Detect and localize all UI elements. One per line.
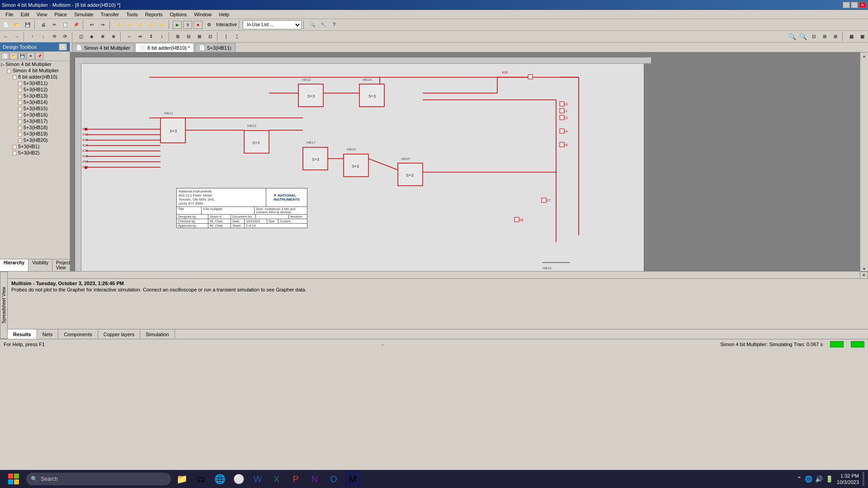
taskbar-powerpoint[interactable]: P	[288, 471, 304, 487]
tree-hb17[interactable]: 📋 5+3(HB17)	[0, 118, 70, 124]
tab-nets[interactable]: Nets	[37, 329, 59, 339]
tree-hb19[interactable]: 📋 5+3(HB19)	[0, 131, 70, 137]
tb2-15[interactable]: ⊞	[173, 32, 183, 42]
tb-right-1[interactable]: ▦	[846, 32, 856, 42]
new-button[interactable]: 📄	[1, 20, 11, 30]
dt-pin[interactable]: 📌	[35, 52, 43, 60]
speaker-icon[interactable]: 🔊	[815, 475, 823, 483]
tb2-4[interactable]: ↓	[38, 32, 48, 42]
menu-edit[interactable]: Edit	[17, 11, 33, 18]
close-button[interactable]: ✕	[859, 2, 866, 8]
tb-component-icon[interactable]: 🔧	[318, 20, 328, 30]
redo-button[interactable]: ↪	[98, 20, 108, 30]
tree-hb18[interactable]: 📋 5+3(HB18)	[0, 124, 70, 131]
canvas-area[interactable]: S+3 HB11 S+3 HB12 S+3 HB13 S+3 HB16	[70, 52, 868, 271]
tb2-19[interactable]: |	[221, 32, 231, 42]
taskbar-onenote[interactable]: N	[307, 471, 323, 487]
tab-hb11[interactable]: 📄 5+3(HB11)	[195, 43, 236, 52]
save-button[interactable]: 💾	[23, 20, 33, 30]
tree-hb11[interactable]: 📋 5+3(HB11)	[0, 80, 70, 86]
tb2-10[interactable]: ⊗	[108, 32, 118, 42]
search-input[interactable]: 🔍 Search	[26, 473, 171, 485]
taskbar-chrome[interactable]: ⚪	[231, 471, 247, 487]
dt-open[interactable]: 📂	[9, 52, 18, 60]
paste-button[interactable]: 📌	[71, 20, 81, 30]
tree-hb20[interactable]: 📋 5+3(HB20)	[0, 137, 70, 143]
tb-help-icon[interactable]: ?	[329, 20, 339, 30]
zoom-select-button[interactable]: ⊞	[820, 32, 830, 42]
tb2-12[interactable]: ⇔	[135, 32, 145, 42]
tb2-11[interactable]: ↔	[124, 32, 134, 42]
dt-new[interactable]: 📄	[1, 52, 9, 60]
tb2-17[interactable]: ⊠	[194, 32, 204, 42]
tab-simulation[interactable]: Simulation	[140, 329, 175, 339]
taskbar-outlook[interactable]: O	[326, 471, 342, 487]
chevron-up-icon[interactable]: ⌃	[797, 475, 802, 483]
tree-hb1[interactable]: 📋 5+3(HB1)	[0, 143, 70, 150]
dt-save[interactable]: 💾	[18, 52, 26, 60]
menu-transfer[interactable]: Transfer	[97, 11, 123, 18]
right-scroll-down[interactable]: ▼	[863, 267, 866, 271]
taskbar-word[interactable]: W	[250, 471, 266, 487]
tb2-7[interactable]: ◫	[76, 32, 86, 42]
menu-place[interactable]: Place	[51, 11, 71, 18]
restore-button[interactable]: ◻	[851, 2, 858, 8]
taskbar-folder[interactable]: 🗂	[193, 471, 209, 487]
show-desktop-button[interactable]	[863, 472, 864, 486]
right-scroll-up[interactable]: ▲	[863, 54, 866, 58]
taskbar-excel[interactable]: X	[269, 471, 285, 487]
tb-icon-2[interactable]: ⚡	[124, 20, 134, 30]
tb-icon-5[interactable]: ⚡	[157, 20, 167, 30]
tree-hb14[interactable]: 📋 5+3(HB14)	[0, 99, 70, 105]
cut-button[interactable]: ✂	[49, 20, 59, 30]
battery-icon[interactable]: 🔋	[826, 475, 833, 483]
tree-hb13[interactable]: 📋 5+3(HB13)	[0, 93, 70, 99]
tree-simon4[interactable]: 📋 Simon 4 bit Multiplier	[0, 67, 70, 74]
tree-hb2[interactable]: 📋 5+3(HB2)	[0, 150, 70, 156]
menu-options[interactable]: Options	[166, 11, 190, 18]
zoom-out-button[interactable]: 🔍	[798, 32, 808, 42]
tb-icon-3[interactable]: ⚡	[135, 20, 145, 30]
tb2-6[interactable]: ⟳	[60, 32, 70, 42]
clock[interactable]: 1:32 PM 10/3/2023	[837, 473, 859, 486]
start-button[interactable]	[4, 472, 24, 486]
open-button[interactable]: 📂	[12, 20, 22, 30]
copy-button[interactable]: 📋	[60, 20, 70, 30]
tab-results[interactable]: Results	[8, 329, 37, 339]
menu-file[interactable]: File	[2, 11, 17, 18]
print-button[interactable]: 🖨	[38, 20, 48, 30]
menu-window[interactable]: Window	[190, 11, 215, 18]
tb-right-2[interactable]: ▦	[857, 32, 867, 42]
tab-components[interactable]: Components	[58, 329, 98, 339]
tb2-16[interactable]: ⊟	[184, 32, 193, 42]
menu-help[interactable]: Help	[216, 11, 233, 18]
tb2-14[interactable]: ↕	[157, 32, 167, 42]
taskbar-edge[interactable]: 🌐	[212, 471, 228, 487]
dt-close[interactable]: ✕	[59, 43, 67, 51]
tb2-1[interactable]: ←	[1, 32, 11, 42]
menu-view[interactable]: View	[33, 11, 51, 18]
taskbar-explorer[interactable]: 📁	[174, 471, 190, 487]
undo-button[interactable]: ↩	[87, 20, 97, 30]
tb2-2[interactable]: →	[12, 32, 22, 42]
tab-copper[interactable]: Copper layers	[98, 329, 140, 339]
tb2-20[interactable]: ⌶	[232, 32, 242, 42]
pause-button[interactable]: ⏸	[183, 21, 192, 29]
minimize-button[interactable]: ─	[843, 2, 850, 8]
menu-tools[interactable]: Tools	[123, 11, 142, 18]
tb-icon-4[interactable]: ⚡	[146, 20, 156, 30]
zoom-in-button[interactable]: 🔍	[787, 32, 797, 42]
tb-zoom-icon[interactable]: 🔍	[307, 20, 317, 30]
tree-hb16[interactable]: 📋 5+3(HB16)	[0, 112, 70, 118]
tab-simon4[interactable]: 📄 Simon 4 bit Multiplier	[72, 43, 134, 52]
tab-8bit[interactable]: 📄 8 bit adder(HB10) *	[135, 43, 194, 52]
tab-visibility[interactable]: Visibility	[28, 259, 52, 271]
inuse-list-dropdown[interactable]: In-Use List ...	[243, 20, 302, 29]
taskbar-multisim[interactable]: M	[344, 471, 361, 487]
tb2-3[interactable]: ↑	[28, 32, 38, 42]
tb2-9[interactable]: ⊕	[98, 32, 108, 42]
tb2-18[interactable]: ⊡	[205, 32, 215, 42]
tb2-5[interactable]: ⟲	[49, 32, 59, 42]
zoom-fit-button[interactable]: ⊡	[809, 32, 819, 42]
tb-icon-1[interactable]: ⚡	[113, 20, 123, 30]
